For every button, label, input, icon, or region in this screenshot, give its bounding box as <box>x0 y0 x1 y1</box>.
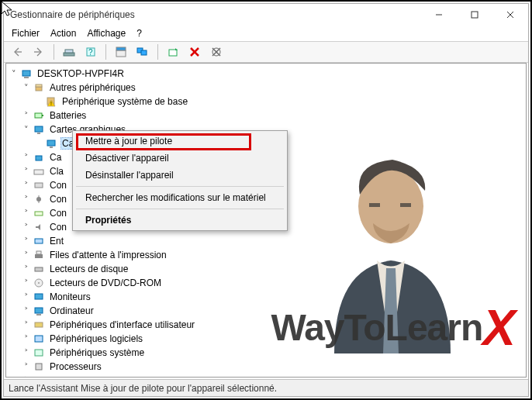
other-devices-icon <box>33 81 45 94</box>
chevron-right-icon[interactable]: ˃ <box>22 222 31 232</box>
tree-category-mice[interactable]: ˃Souris et autres périphériques de point… <box>22 374 526 378</box>
toolbar-scan-hardware-button[interactable] <box>164 43 181 60</box>
tree-root[interactable]: ˅ DESKTOP-HVPFI4R <box>9 67 526 81</box>
toolbar-monitors-button[interactable] <box>134 43 151 60</box>
menu-file[interactable]: Fichier <box>12 28 40 39</box>
tree-item-unknown-device[interactable]: ! Périphérique système de base <box>34 95 526 109</box>
menu-action[interactable]: Action <box>50 28 76 39</box>
svg-rect-1 <box>472 12 478 18</box>
chevron-right-icon[interactable]: ˃ <box>22 111 31 120</box>
tree-label: Processeurs <box>48 361 103 372</box>
toolbar-disable-button[interactable] <box>208 43 225 60</box>
chevron-down-icon[interactable]: ˅ <box>22 125 31 134</box>
monitor-icon <box>33 291 45 303</box>
svg-rect-38 <box>36 251 41 254</box>
tree-label: Ca <box>48 152 63 163</box>
statusbar-text: Lance l'Assistant Mise à jour de pilote … <box>9 383 277 394</box>
printer-icon <box>33 249 45 261</box>
tree-label: Cla <box>48 166 65 177</box>
menu-help[interactable]: ? <box>136 28 142 39</box>
tree-category-computer[interactable]: ˃Ordinateur <box>22 304 526 318</box>
tree-label: Ordinateur <box>48 305 95 316</box>
chevron-right-icon[interactable]: ˃ <box>22 362 31 371</box>
forward-button[interactable] <box>30 43 47 60</box>
menu-view[interactable]: Affichage <box>87 28 126 39</box>
context-uninstall-device[interactable]: Désinstaller l'appareil <box>74 167 285 184</box>
chevron-down-icon[interactable]: ˅ <box>22 83 31 92</box>
chevron-down-icon[interactable]: ˅ <box>9 69 19 78</box>
chevron-right-icon[interactable]: ˃ <box>22 195 31 204</box>
chevron-right-icon[interactable]: ˃ <box>22 250 31 260</box>
chevron-right-icon[interactable]: ˃ <box>22 376 31 378</box>
tree-label: Ent <box>48 236 65 247</box>
chevron-right-icon[interactable]: ˃ <box>22 320 31 329</box>
tree-category-batteries[interactable]: ˃Batteries <box>22 109 526 122</box>
svg-rect-35 <box>35 212 43 216</box>
svg-rect-31 <box>34 170 43 174</box>
toolbar-properties-button[interactable] <box>112 43 130 60</box>
svg-text:!: ! <box>50 101 52 106</box>
storage-controller-icon <box>33 207 45 219</box>
context-properties[interactable]: Propriétés <box>74 212 285 229</box>
chevron-right-icon[interactable]: ˃ <box>22 278 31 288</box>
maximize-button[interactable] <box>457 4 492 26</box>
tree-category-software[interactable]: ˃Périphériques logiciels <box>22 332 526 346</box>
minimize-button[interactable] <box>421 4 457 26</box>
chevron-right-icon[interactable]: ˃ <box>22 348 31 357</box>
close-button[interactable] <box>492 4 528 26</box>
chevron-right-icon[interactable]: ˃ <box>22 167 31 176</box>
cpu-icon <box>33 360 45 373</box>
title-text: Gestionnaire de périphériques <box>10 9 135 20</box>
svg-rect-12 <box>169 50 177 56</box>
svg-rect-19 <box>24 77 29 78</box>
toolbar-help-button[interactable]: ? <box>82 43 99 60</box>
svg-rect-44 <box>36 314 41 316</box>
tree-category-print-queues[interactable]: ˃Files d'attente à l'impression <box>22 248 526 262</box>
chevron-right-icon[interactable]: ˃ <box>22 264 31 274</box>
tree-category[interactable]: ˃Ent <box>22 234 526 248</box>
chevron-right-icon[interactable]: ˃ <box>22 306 31 316</box>
tree-category-monitors[interactable]: ˃Moniteurs <box>22 290 526 304</box>
svg-rect-4 <box>64 53 74 56</box>
svg-rect-42 <box>35 294 43 299</box>
svg-rect-36 <box>35 239 43 243</box>
tree-label: Périphériques système <box>48 347 146 358</box>
svg-rect-8 <box>116 50 126 57</box>
tree-label: Périphérique système de base <box>60 96 189 107</box>
toolbar-uninstall-button[interactable] <box>186 43 203 60</box>
tree-category-dvd[interactable]: ˃Lecteurs de DVD/CD-ROM <box>22 276 526 290</box>
chevron-right-icon[interactable]: ˃ <box>22 292 31 302</box>
svg-text:?: ? <box>88 48 93 57</box>
chevron-right-icon[interactable]: ˃ <box>22 209 31 218</box>
tree-category-other[interactable]: ˅ Autres périphériques <box>22 81 526 95</box>
statusbar: Lance l'Assistant Mise à jour de pilote … <box>4 379 528 396</box>
context-scan-hardware[interactable]: Rechercher les modifications sur le maté… <box>74 189 285 206</box>
dvd-icon <box>33 277 45 289</box>
tree-label: Con <box>48 194 68 205</box>
svg-rect-27 <box>37 133 40 134</box>
tree-label: Batteries <box>48 110 88 121</box>
keyboard-icon <box>33 165 45 178</box>
chevron-right-icon[interactable]: ˃ <box>22 236 31 246</box>
chevron-right-icon[interactable]: ˃ <box>22 181 31 190</box>
context-disable-device[interactable]: Désactiver l'appareil <box>74 150 285 167</box>
toolbar-show-hidden-button[interactable] <box>60 43 78 60</box>
highlight-box <box>76 133 251 150</box>
computer-icon <box>20 67 33 80</box>
menu-separator <box>76 186 284 187</box>
tree-category-processors[interactable]: ˃Processeurs <box>22 360 526 374</box>
tree-category-system[interactable]: ˃Périphériques système <box>22 346 526 360</box>
chevron-right-icon[interactable]: ˃ <box>22 153 31 162</box>
display-adapter-icon <box>33 123 45 136</box>
tree-category-hid[interactable]: ˃Périphériques d'interface utilisateur <box>22 318 526 332</box>
svg-rect-25 <box>42 115 43 116</box>
svg-rect-45 <box>35 322 43 327</box>
svg-point-41 <box>38 282 40 284</box>
tree-category-disk-drives[interactable]: ˃Lecteurs de disque <box>22 262 526 276</box>
tree-label: Moniteurs <box>48 291 92 302</box>
back-button[interactable] <box>9 43 26 60</box>
tree-label: Lecteurs de disque <box>48 264 130 274</box>
chevron-right-icon[interactable]: ˃ <box>22 334 31 343</box>
display-adapter-icon <box>45 137 57 150</box>
svg-rect-32 <box>35 183 43 188</box>
